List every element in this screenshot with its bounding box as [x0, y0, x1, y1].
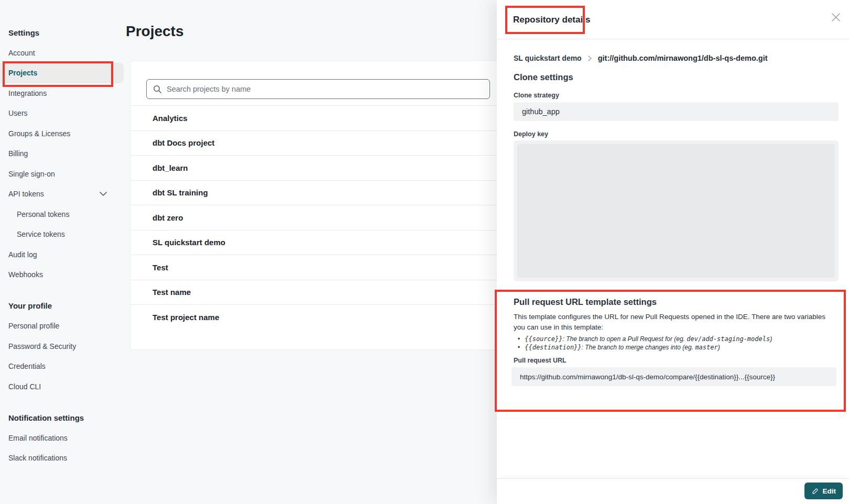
sidebar-item-email-notifications[interactable]: Email notifications	[0, 428, 126, 448]
pull-request-template-section annotation-box-pr-template: Pull request URL template settings This …	[495, 290, 846, 412]
app-root: Settings Account Projects Integrations U…	[0, 0, 849, 504]
project-row[interactable]: SL quickstart demo	[130, 230, 505, 255]
deploy-key-redacted-area	[517, 144, 835, 278]
pr-template-description: This template configures the URL for new…	[514, 312, 834, 332]
chevron-right-icon	[588, 56, 592, 61]
chevron-down-icon	[100, 192, 107, 196]
close-button[interactable]	[829, 10, 843, 24]
breadcrumb: SL quickstart demo git://github.com/mirn…	[514, 54, 768, 62]
breadcrumb-project-name: SL quickstart demo	[514, 54, 582, 62]
sidebar-heading-your-profile: Your profile	[0, 296, 126, 316]
clone-strategy-label: Clone strategy	[514, 92, 559, 99]
deploy-key-field	[514, 140, 839, 281]
project-row[interactable]: dbt zero	[130, 205, 505, 230]
edit-button[interactable]: Edit	[804, 483, 843, 499]
close-icon	[831, 13, 841, 22]
sidebar-item-billing[interactable]: Billing	[0, 144, 126, 164]
project-row[interactable]: dbt SL training	[130, 180, 505, 205]
pr-template-heading: Pull request URL template settings	[514, 297, 657, 307]
repository-details-panel: Repository details SL quickstart demo gi…	[497, 0, 849, 504]
sidebar-item-groups-licenses[interactable]: Groups & Licenses	[0, 124, 126, 144]
sidebar-heading-notification-settings: Notification settings	[0, 408, 126, 428]
panel-footer: Edit	[497, 478, 849, 504]
breadcrumb-repo-url: git://github.com/mirnawong1/db-sl-qs-dem…	[598, 54, 768, 62]
sidebar-item-cloud-cli[interactable]: Cloud CLI	[0, 377, 126, 397]
sidebar-item-audit-log[interactable]: Audit log	[0, 245, 126, 265]
sidebar-item-integrations[interactable]: Integrations	[0, 83, 126, 104]
deploy-key-label: Deploy key	[514, 130, 548, 138]
pull-request-url-label: Pull request URL	[514, 357, 567, 364]
project-row[interactable]: dbt_learn	[130, 155, 505, 180]
clone-strategy-value: github_app	[514, 102, 839, 121]
projects-card: Analytics dbt Docs project dbt_learn dbt…	[130, 60, 505, 350]
clone-settings-heading: Clone settings	[514, 72, 573, 82]
sidebar-item-account[interactable]: Account	[0, 43, 126, 63]
sidebar-item-personal-profile[interactable]: Personal profile	[0, 316, 126, 336]
sidebar-item-credentials[interactable]: Credentials	[0, 356, 126, 377]
variable-source: {{source}}: The branch to open a Pull Re…	[518, 335, 772, 343]
project-row[interactable]: Test project name	[130, 304, 505, 330]
pull-request-url-value: https://github.com/mirnawong1/db-sl-qs-d…	[511, 367, 836, 386]
pr-template-variables: {{source}}: The branch to open a Pull Re…	[518, 335, 772, 352]
panel-header: Repository details	[497, 0, 849, 39]
sidebar-item-webhooks[interactable]: Webhooks	[0, 265, 126, 285]
search-icon	[153, 85, 162, 94]
settings-sidebar: Settings Account Projects Integrations U…	[0, 0, 126, 504]
project-list: Analytics dbt Docs project dbt_learn dbt…	[130, 105, 505, 330]
panel-content: SL quickstart demo git://github.com/mirn…	[497, 39, 849, 478]
sidebar-item-personal-tokens[interactable]: Personal tokens	[0, 204, 126, 225]
sidebar-item-password-security[interactable]: Password & Security	[0, 336, 126, 357]
project-search	[146, 79, 490, 99]
project-row[interactable]: dbt Docs project	[130, 130, 505, 156]
project-row[interactable]: Analytics	[130, 105, 505, 130]
search-input[interactable]	[167, 85, 483, 93]
project-row[interactable]: Test name	[130, 280, 505, 305]
panel-title: Repository details	[513, 15, 590, 25]
sidebar-item-single-sign-on[interactable]: Single sign-on	[0, 164, 126, 184]
sidebar-heading-settings: Settings	[0, 23, 126, 43]
sidebar-item-service-tokens[interactable]: Service tokens	[0, 224, 126, 245]
sidebar-item-slack-notifications[interactable]: Slack notifications	[0, 448, 126, 468]
project-row[interactable]: Test	[130, 255, 505, 280]
page-title: Projects	[126, 23, 184, 40]
sidebar-item-api-tokens[interactable]: API tokens	[0, 184, 126, 204]
sidebar-item-projects[interactable]: Projects	[0, 63, 124, 83]
variable-destination: {{destination}}: The branch to merge cha…	[518, 343, 772, 352]
sidebar-item-users[interactable]: Users	[0, 103, 126, 124]
pencil-icon	[811, 487, 819, 495]
